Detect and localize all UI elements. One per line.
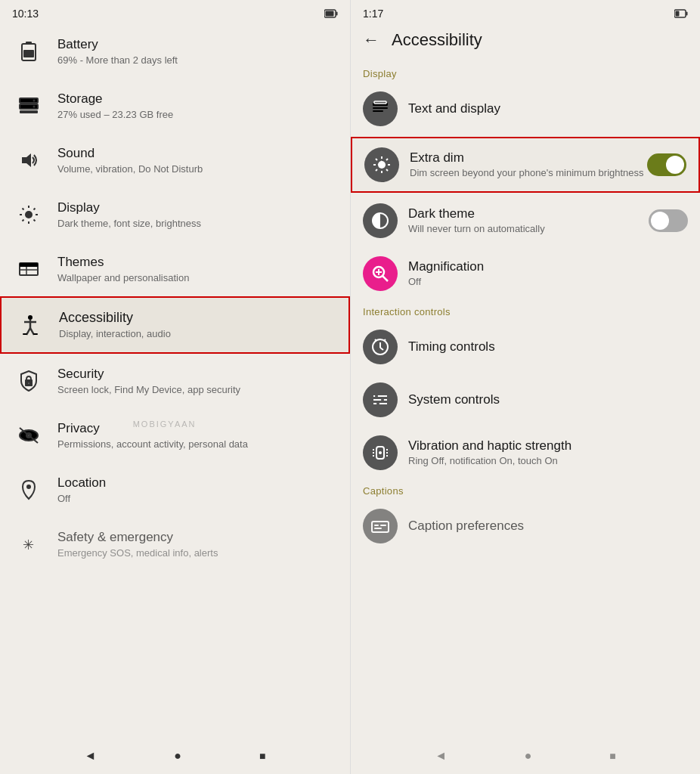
left-panel: 10:13 Battery 69% - More than 2 days <box>0 0 350 774</box>
privacy-subtitle: Permissions, account activity, personal … <box>57 438 248 451</box>
safety-title: Safety & emergency <box>57 529 218 546</box>
svg-line-59 <box>383 276 388 281</box>
themes-text: Themes Wallpaper and personalisation <box>57 254 189 285</box>
svg-line-19 <box>23 220 24 221</box>
section-label-display: Display <box>351 62 700 82</box>
svg-rect-30 <box>23 333 27 335</box>
system-icon <box>363 382 398 417</box>
accessibility-title: Accessibility <box>59 309 171 327</box>
svg-point-78 <box>379 451 382 454</box>
settings-item-security[interactable]: Security Screen lock, Find My Device, ap… <box>0 354 350 408</box>
recents-button-left[interactable]: ■ <box>259 750 265 762</box>
battery-text: Battery 69% - More than 2 days left <box>57 36 178 67</box>
section-label-interaction: Interaction controls <box>351 300 700 320</box>
svg-rect-46 <box>374 101 386 104</box>
svg-text:✳: ✳ <box>23 537 34 553</box>
home-button-right[interactable]: ● <box>525 749 532 763</box>
dark-theme-toggle-knob <box>651 212 669 230</box>
svg-point-69 <box>381 398 384 401</box>
extra-dim-icon: ✦ <box>364 147 399 182</box>
back-arrow[interactable]: ← <box>363 30 379 50</box>
settings-item-privacy[interactable]: Privacy Permissions, account activity, p… <box>0 408 350 463</box>
display-icon <box>12 198 45 231</box>
svg-rect-22 <box>20 263 38 267</box>
acc-item-vibration[interactable]: Vibration and haptic strength Ring Off, … <box>351 426 700 479</box>
recents-button-right[interactable]: ■ <box>609 750 615 762</box>
battery-icon <box>12 35 45 68</box>
acc-item-magnification[interactable]: Magnification Off <box>351 247 700 300</box>
timing-title: Timing controls <box>408 339 688 354</box>
svg-rect-45 <box>373 110 383 112</box>
svg-line-20 <box>34 209 36 210</box>
svg-rect-2 <box>326 11 334 17</box>
display-text: Display Dark theme, font size, brightnes… <box>57 200 201 231</box>
acc-item-dark-theme[interactable]: Dark theme Will never turn on automatica… <box>351 194 700 247</box>
dark-theme-icon <box>363 203 398 238</box>
status-icons-left <box>324 9 338 18</box>
home-button-left[interactable]: ● <box>174 749 181 763</box>
acc-item-captions[interactable]: Caption preferences <box>351 500 700 553</box>
back-button-right[interactable]: ◄ <box>435 749 447 763</box>
svg-point-9 <box>33 100 36 102</box>
section-label-captions: Captions <box>351 479 700 500</box>
sound-icon <box>12 144 45 177</box>
svg-rect-42 <box>676 11 680 17</box>
svg-rect-82 <box>380 525 386 526</box>
accessibility-icon <box>14 308 47 342</box>
acc-item-extra-dim[interactable]: ✦ Extra dim Dim screen beyond your phone… <box>351 137 700 193</box>
svg-line-55 <box>386 159 388 160</box>
text-display-content: Text and display <box>408 101 688 116</box>
svg-rect-8 <box>20 110 38 113</box>
status-icons-right <box>674 9 688 18</box>
security-icon <box>12 364 45 398</box>
svg-line-17 <box>23 209 24 210</box>
time-right: 1:17 <box>363 8 383 20</box>
svg-point-33 <box>28 382 30 385</box>
system-content: System controls <box>408 392 688 407</box>
security-text: Security Screen lock, Find My Device, ap… <box>57 366 240 397</box>
accessibility-list: Display Text and display <box>351 62 700 738</box>
acc-item-text-display[interactable]: Text and display <box>351 82 700 135</box>
settings-item-accessibility[interactable]: Accessibility Display, interaction, audi… <box>0 296 350 354</box>
location-icon <box>12 473 45 506</box>
status-bar-right: 1:17 <box>351 0 700 24</box>
settings-item-battery[interactable]: Battery 69% - More than 2 days left <box>0 24 350 79</box>
svg-rect-31 <box>33 333 38 335</box>
battery-title: Battery <box>57 36 178 53</box>
settings-item-themes[interactable]: Themes Wallpaper and personalisation <box>0 242 350 296</box>
themes-icon <box>12 252 45 286</box>
captions-title: Caption preferences <box>408 519 688 534</box>
watermark: MOBIGYAAN <box>133 420 197 429</box>
themes-subtitle: Wallpaper and personalisation <box>57 272 189 285</box>
dark-theme-toggle[interactable] <box>649 209 688 232</box>
svg-line-18 <box>34 220 36 221</box>
dark-theme-content: Dark theme Will never turn on automatica… <box>408 206 649 236</box>
settings-item-display[interactable]: Display Dark theme, font size, brightnes… <box>0 187 350 242</box>
storage-subtitle: 27% used – 23.23 GB free <box>57 109 173 122</box>
themes-title: Themes <box>57 254 189 271</box>
accessibility-subtitle: Display, interaction, audio <box>59 328 171 341</box>
sound-text: Sound Volume, vibration, Do Not Disturb <box>57 145 203 176</box>
nav-bar-right: ◄ ● ■ <box>351 738 700 774</box>
security-title: Security <box>57 366 240 382</box>
security-subtitle: Screen lock, Find My Device, app securit… <box>57 384 240 397</box>
acc-item-system[interactable]: System controls <box>351 373 700 426</box>
svg-rect-44 <box>373 107 388 109</box>
vibration-content: Vibration and haptic strength Ring Off, … <box>408 438 688 468</box>
right-panel: 1:17 ← Accessibility Display <box>350 0 700 774</box>
back-button-left[interactable]: ◄ <box>85 749 97 763</box>
status-bar-left: 10:13 <box>0 0 350 24</box>
extra-dim-toggle[interactable] <box>647 153 686 176</box>
vibration-icon <box>363 435 398 470</box>
timing-icon <box>363 330 398 364</box>
settings-item-safety[interactable]: ✳ Safety & emergency Emergency SOS, medi… <box>0 517 350 571</box>
settings-item-location[interactable]: Location Off <box>0 463 350 517</box>
magnification-title: Magnification <box>408 259 688 274</box>
svg-rect-81 <box>374 528 382 529</box>
svg-marker-11 <box>22 153 31 167</box>
acc-item-timing[interactable]: Timing controls <box>351 320 700 373</box>
settings-list: Battery 69% - More than 2 days left Stor… <box>0 24 350 738</box>
settings-item-sound[interactable]: Sound Volume, vibration, Do Not Disturb <box>0 133 350 187</box>
settings-item-storage[interactable]: Storage 27% used – 23.23 GB free <box>0 79 350 133</box>
sound-title: Sound <box>57 145 203 162</box>
